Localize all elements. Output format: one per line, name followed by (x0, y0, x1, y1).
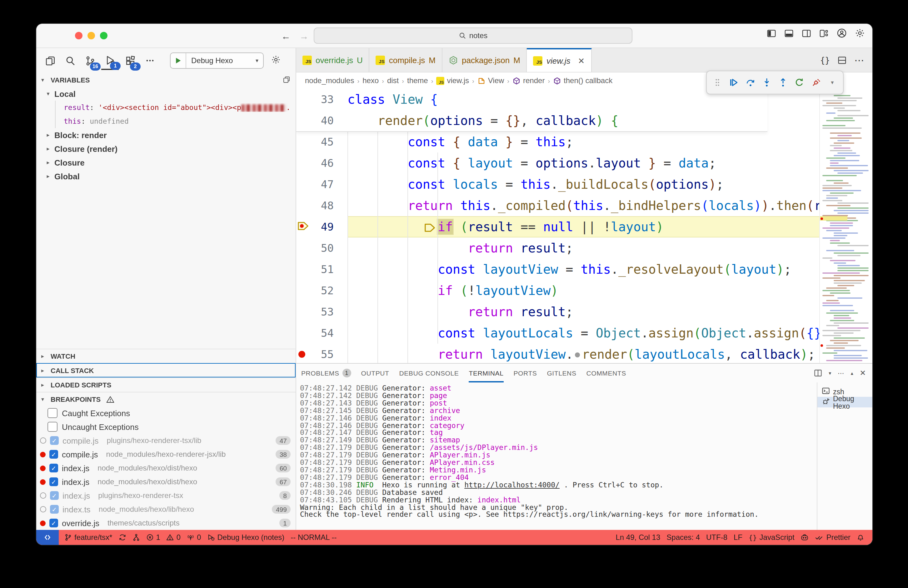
warnings[interactable]: 0 (163, 533, 184, 542)
exception-option[interactable]: Uncaught Exceptions (36, 420, 296, 434)
terminal-session-debug-hexo[interactable]: Debug Hexo (817, 397, 873, 408)
notifications[interactable] (853, 534, 868, 541)
inline-breakpoint-candidate-icon[interactable] (575, 353, 580, 358)
source-control-icon[interactable]: 16 (81, 52, 99, 69)
section-call-stack[interactable]: ▸CALL STACK (36, 363, 296, 377)
breadcrumb-item[interactable]: JSview.js (436, 76, 469, 85)
gutter[interactable]: 50 (296, 237, 348, 259)
scope-Block: render[interactable]: ▸Block: render (36, 128, 296, 142)
breakpoint-row[interactable]: ✓ override.jsthemes/cactus/scripts 1 (36, 516, 296, 530)
panel-tab-ports[interactable]: PORTS (514, 364, 537, 382)
section-breakpoints[interactable]: ▾BREAKPOINTS (36, 392, 296, 406)
breakpoint-row[interactable]: ✓ compile.jsnode_modules/hexo-renderer-j… (36, 448, 296, 461)
gutter[interactable]: 51 (296, 259, 348, 280)
prettier[interactable]: Prettier (812, 533, 853, 542)
breakpoint-row[interactable]: ✓ index.tsnode_modules/hexo/lib/hexo 499 (36, 503, 296, 516)
toggle-secondary-sidebar-icon[interactable] (802, 29, 811, 38)
breakpoint-checkbox[interactable]: ✓ (50, 491, 59, 500)
breakpoint-checkbox[interactable]: ✓ (50, 505, 59, 514)
gutter[interactable]: 40 (296, 110, 348, 131)
gutter[interactable]: 55 (296, 344, 348, 363)
gutter[interactable]: 33 (296, 89, 348, 110)
scope-Closure[interactable]: ▸Closure (36, 156, 296, 169)
breakpoint-row[interactable]: ✓ index.jsnode_modules/hexo/dist/hexo 67 (36, 475, 296, 489)
account-icon[interactable] (837, 28, 847, 38)
nav-forward-icon[interactable]: → (299, 30, 309, 41)
gutter[interactable]: 45 (296, 131, 348, 153)
search-view-icon[interactable] (61, 52, 79, 69)
checkbox[interactable] (47, 408, 58, 418)
encoding[interactable]: UTF-8 (703, 533, 731, 542)
zoom-window-button[interactable] (100, 32, 108, 39)
panel-tab-debug-console[interactable]: DEBUG CONSOLE (399, 364, 459, 382)
close-panel-icon[interactable]: ✕ (860, 369, 866, 377)
tab-package.json[interactable]: package.jsonM (443, 48, 527, 72)
checkbox[interactable] (47, 422, 58, 432)
copilot[interactable] (798, 533, 812, 541)
breakpoint-checkbox[interactable]: ✓ (49, 450, 58, 459)
breadcrumb-item[interactable]: View (477, 76, 504, 85)
gutter[interactable]: 47 (296, 174, 348, 195)
debug-restart-button[interactable] (792, 74, 807, 90)
scope-Local[interactable]: ▾Local (36, 87, 296, 101)
debug-disconnect-button[interactable] (808, 74, 823, 90)
eol[interactable]: LF (731, 533, 745, 542)
close-window-button[interactable] (75, 32, 82, 39)
toolbar-more-icon[interactable]: ▾ (825, 74, 840, 90)
gutter[interactable]: 46 (296, 153, 348, 174)
git-branch[interactable]: feature/tsx* (61, 533, 115, 542)
breakpoint-icon[interactable] (298, 350, 307, 360)
toolbar-drag-handle[interactable] (710, 74, 725, 90)
debug-settings-gear-icon[interactable] (271, 55, 280, 66)
editor-more-actions-icon[interactable]: ⋯ (854, 54, 865, 66)
breakpoint-row[interactable]: ✓ compile.jsplugins/hexo-renderer-tsx/li… (36, 434, 296, 448)
breakpoint-row[interactable]: ✓ index.jsplugins/hexo-renderer-tsx 8 (36, 489, 296, 503)
breakpoint-checkbox[interactable]: ✓ (49, 519, 58, 527)
scope-Global[interactable]: ▸Global (36, 169, 296, 183)
panel-tab-problems[interactable]: PROBLEMS1 (301, 364, 351, 382)
start-debug-icon[interactable] (171, 53, 186, 68)
gutter[interactable]: 52 (296, 280, 348, 301)
split-terminal-icon[interactable] (814, 369, 823, 377)
breadcrumb-item[interactable]: theme (407, 76, 428, 85)
debug-continue-button[interactable] (726, 74, 741, 90)
settings-gear-icon[interactable] (855, 28, 865, 38)
scm-graph[interactable] (129, 534, 143, 541)
gutter[interactable]: 48 (296, 195, 348, 216)
panel-tab-terminal[interactable]: TERMINAL (468, 364, 503, 382)
panel-tab-gitlens[interactable]: GITLENS (547, 364, 576, 382)
minimap[interactable] (819, 89, 873, 363)
explorer-icon[interactable] (41, 52, 59, 69)
tab-override.js[interactable]: JS override.jsU (296, 48, 370, 72)
toggle-sidebar-icon[interactable] (767, 29, 776, 38)
exception-option[interactable]: Caught Exceptions (36, 406, 296, 420)
toggle-panel-icon[interactable] (784, 29, 794, 38)
cursor-position[interactable]: Ln 49, Col 13 (613, 533, 664, 542)
command-center-search[interactable]: notes (314, 27, 633, 44)
more-views-icon[interactable] (141, 52, 159, 69)
customize-layout-icon[interactable] (819, 29, 829, 38)
gutter[interactable]: 54 (296, 322, 348, 344)
panel-tab-output[interactable]: OUTPUT (361, 364, 389, 382)
vim-mode[interactable]: -- NORMAL -- (287, 533, 340, 542)
ports[interactable]: 0 (184, 533, 204, 542)
gutter[interactable]: 49 (296, 216, 348, 237)
split-editor-icon[interactable] (837, 55, 847, 64)
panel-tab-comments[interactable]: COMMENTS (586, 364, 626, 382)
sync[interactable] (115, 534, 129, 541)
debug-step-over-button[interactable] (743, 74, 758, 90)
breakpoint-checkbox[interactable]: ✓ (49, 464, 58, 472)
breadcrumb-item[interactable]: render (512, 76, 545, 85)
section-watch[interactable]: ▸WATCH (36, 349, 296, 363)
errors[interactable]: 1 (143, 533, 163, 542)
variable-this[interactable]: this: undefined (36, 114, 296, 128)
run-debug-icon[interactable]: 1 (101, 51, 119, 70)
breadcrumb-item[interactable]: hexo (362, 76, 379, 85)
variable-result[interactable]: result: '<div><section id="about"><div><… (36, 101, 296, 114)
breadcrumb-item[interactable]: then() callback (553, 76, 612, 85)
panel-more-icon[interactable]: ⋯ (838, 369, 845, 377)
nav-back-icon[interactable]: ← (281, 30, 291, 41)
breadcrumb-item[interactable]: dist (387, 76, 399, 85)
language-mode[interactable]: {}JavaScript (745, 533, 798, 542)
minimize-window-button[interactable] (87, 32, 95, 39)
